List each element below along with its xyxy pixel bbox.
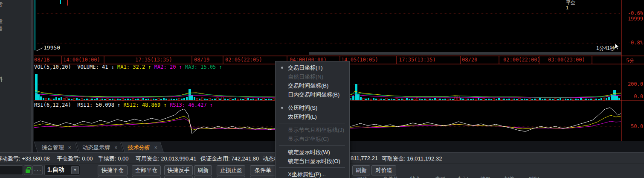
tab-inner: 动态显示牌× (78, 142, 122, 153)
clipped-column-label: 限价 (357, 175, 368, 178)
order-input[interactable] (0, 165, 23, 175)
lock-body (26, 169, 30, 173)
clipped-column-label: 条件价 (383, 175, 398, 178)
menu-item-日内交易时间坐标(B)[interactable]: 日内交易时间坐标(B) (276, 90, 348, 99)
clipped-column-label: 标记 (458, 175, 468, 178)
menu-separator (279, 101, 345, 101)
tab-label: 动态显示牌 (82, 144, 110, 152)
status-field: 平仓盈亏: 0.00 (57, 155, 93, 163)
止损止盈-button[interactable]: 止损止盈 (217, 165, 245, 175)
tab-close-icon[interactable]: × (154, 145, 157, 151)
unlock-icon[interactable] (24, 165, 32, 175)
status-field: 811,772.21 (351, 155, 378, 161)
vol-ma3: MA3: 15.05 ↑ (185, 64, 222, 70)
rsi1-value: RSI1: 50.098 ↑ (77, 102, 120, 108)
rsi2-value: RSI2: 48.869 ↑ (124, 102, 167, 108)
chart-hscrollbar (309, 52, 621, 55)
menu-item-锁定显示时段(W)[interactable]: 锁定显示时段(W) (276, 148, 348, 157)
tab-close-icon[interactable]: × (114, 145, 117, 151)
volume-header: VOL(5,10,20) VOLUME: 41 ↓ MA1: 32.2 ↑ MA… (34, 64, 222, 70)
刷新-button[interactable]: 刷新 (194, 165, 212, 175)
status-field: 可用资金: 20,013,990.41 (136, 155, 196, 163)
tab-综合管理[interactable]: 综合管理× (34, 142, 78, 153)
menu-item-自然日坐标(N): 自然日坐标(N) (276, 72, 348, 81)
tab-label: 技术分析 (128, 144, 150, 152)
x-axis-context-menu: 交易日坐标(T)自然日坐标(N)交易时间坐标(B)日内交易时间坐标(B)公历时间… (275, 61, 350, 178)
menu-item-交易日坐标(T)[interactable]: 交易日坐标(T) (276, 63, 348, 72)
clipped-column-label: 类型 (435, 175, 445, 178)
clipped-button[interactable] (164, 176, 193, 178)
clipped-column-label: 状态 (410, 175, 421, 178)
快捷平仓-button[interactable]: 快捷平仓 (98, 165, 128, 175)
position-flag: 平空 1 (566, 0, 575, 10)
rsi-header: RSI(6,12,24) RSI1: 50.098 ↑ RSI2: 48.869… (34, 102, 213, 108)
time-axis-label: 17:35(13:35) (399, 57, 436, 63)
clipped-button[interactable] (132, 176, 161, 178)
全部平仓-button[interactable]: 全部平仓 (132, 165, 161, 175)
clipped-button[interactable] (98, 176, 128, 178)
clipped-button[interactable] (217, 176, 245, 178)
rsi-scale-label: 50.0 (623, 123, 643, 129)
time-axis-label: 02:05(22:05) (225, 57, 262, 63)
time-axis-label: 08/19 (194, 57, 209, 63)
period-selector[interactable]: 5分 (626, 57, 634, 64)
position-flag-text: 平空 (566, 0, 575, 5)
sidebar-item-fragment[interactable]: 料 (0, 76, 3, 83)
clipped-column-label: 结果 (480, 175, 490, 178)
rsi-params[interactable]: RSI(6,12,24) (34, 102, 71, 108)
menu-item-公历时间(S)[interactable]: 公历时间(S) (276, 103, 348, 112)
menu-item-显示节气月相坐标线(J): 显示节气月相坐标线(J) (276, 125, 348, 134)
radio-bullet-icon (281, 107, 283, 109)
price-scale-label: -0.6% (623, 10, 643, 16)
sidebar-splitter[interactable] (31, 0, 34, 152)
menu-item-X坐标属性(P)...[interactable]: X坐标属性(P)... (276, 170, 348, 178)
clipped-button[interactable] (250, 176, 276, 178)
more-options-button[interactable]: . . . (32, 165, 43, 175)
刷新-button[interactable]: 刷新 (352, 165, 370, 175)
chevron-down-icon[interactable]: ▼ (71, 166, 79, 174)
vol-ma1: MA1: 32.2 ↑ (117, 64, 151, 70)
clipped-column-label: 相差 (504, 175, 514, 178)
time-axis-label: 14:00(10:00) (63, 57, 100, 63)
position-flag-qty: 1 (566, 5, 575, 10)
快捷反手-button[interactable]: 快捷反手 (164, 165, 193, 175)
time-axis-label: 17:35(13:35) (135, 57, 172, 63)
time-axis-label: 03:00(23:00) (548, 57, 585, 63)
sidebar-item-fragment[interactable]: 货 (0, 1, 3, 9)
order-mode-value: 1.自动 (47, 166, 64, 174)
menu-separator (279, 123, 345, 123)
vol-params[interactable]: VOL(5,10,20) (34, 64, 71, 70)
tab-inner: 技术分析× (123, 142, 162, 153)
tab-动态显示牌[interactable]: 动态显示牌× (76, 142, 124, 153)
menu-item-农历时间(L)[interactable]: 农历时间(L) (276, 112, 348, 121)
条件单-button[interactable]: 条件单 (250, 165, 276, 175)
tab-inner: 综合管理× (36, 142, 76, 153)
tab-label: 综合管理 (42, 144, 64, 152)
mouse-cursor (615, 44, 621, 50)
对价追-button[interactable]: 对价追 (371, 165, 396, 175)
sidebar-item-fragment[interactable]: 量 (0, 18, 3, 25)
sidebar-item-fragment[interactable]: 量 (0, 25, 3, 33)
status-field: 保证金占用: 742,241.80 (200, 155, 259, 163)
menu-item-锁定当日显示时段(O)[interactable]: 锁定当日显示时段(O) (276, 157, 348, 166)
vol-ma2: MA2: 20 ↑ (154, 64, 182, 70)
clipped-column-label: 时间 (529, 175, 539, 178)
time-axis-label: 08/18 (34, 57, 49, 63)
radio-bullet-icon (281, 67, 283, 69)
status-field: 可取资金: 16,011,192.32 (382, 155, 442, 163)
volume-scale-label: 200.0 (623, 81, 643, 87)
price-scale-label: 19999 (623, 16, 643, 22)
tab-技术分析[interactable]: 技术分析× (121, 142, 164, 153)
vol-value: VOLUME: 41 ↓ (77, 64, 114, 70)
tab-close-icon[interactable]: × (68, 145, 71, 151)
menu-separator (279, 167, 345, 168)
menu-item-交易时间坐标(B)[interactable]: 交易时间坐标(B) (276, 81, 348, 90)
order-mode-dropdown[interactable]: 1.自动 ▼ (44, 165, 80, 175)
left-sidebar[interactable]: 货量量料 (0, 0, 31, 152)
price-scale-label: -0.8% (623, 40, 643, 46)
time-axis-label: 08/20 (462, 57, 477, 63)
clipped-button[interactable] (194, 176, 212, 178)
time-axis-label: 02:00(22:00) (503, 57, 540, 63)
rsi3-value: RSI3: 46.427 ↑ (170, 102, 213, 108)
countdown-timer: 1分41秒 (596, 45, 615, 52)
